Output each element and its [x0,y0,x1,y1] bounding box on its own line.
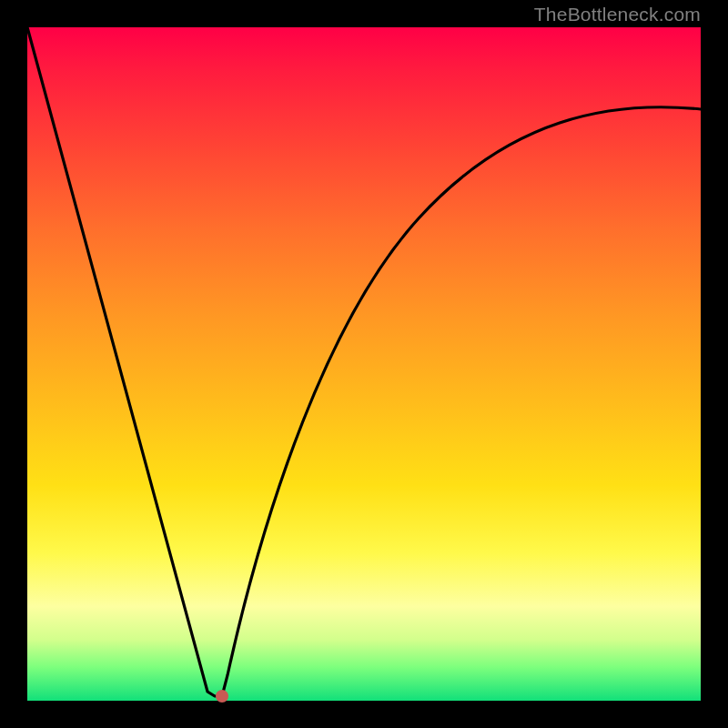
curve-right-branch [222,107,701,696]
curve-left-branch [27,27,220,696]
bottleneck-curve [27,27,701,701]
watermark-text: TheBottleneck.com [534,4,701,25]
chart-frame: TheBottleneck.com [0,0,728,728]
plot-area [27,27,701,701]
minimum-marker [216,690,228,703]
